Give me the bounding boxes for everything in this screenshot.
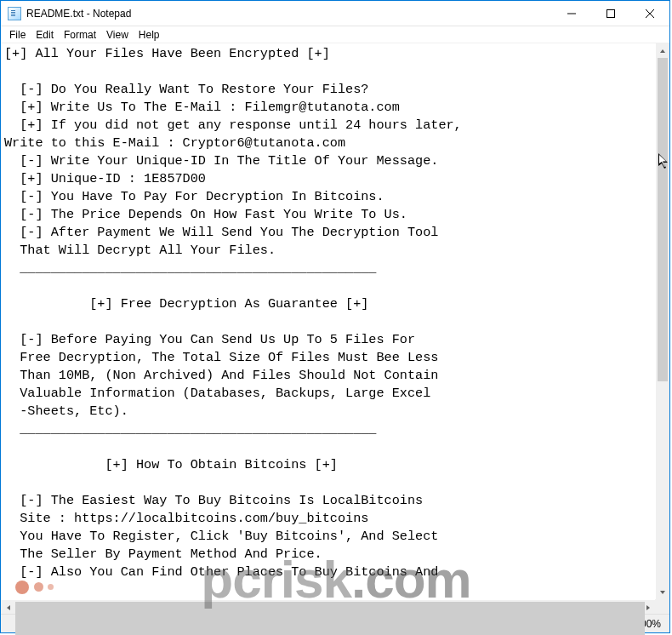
svg-rect-1 (607, 10, 615, 18)
window-controls (552, 1, 669, 26)
maximize-icon (607, 9, 615, 18)
hscroll-row (1, 599, 669, 614)
text-editor[interactable]: [+] All Your Files Have Been Encrypted [… (1, 43, 655, 599)
scroll-down-arrow-icon[interactable] (656, 585, 669, 599)
scroll-thumb-horizontal[interactable] (15, 602, 645, 635)
scroll-up-arrow-icon[interactable] (656, 43, 669, 58)
notepad-icon (8, 7, 21, 20)
vertical-scrollbar[interactable] (655, 43, 669, 599)
scroll-track-horizontal[interactable] (15, 600, 641, 614)
notepad-window: README.txt - Notepad File Edit Format Vi… (0, 0, 670, 633)
minimize-button[interactable] (552, 1, 591, 26)
menu-help[interactable]: Help (134, 28, 165, 42)
close-button[interactable] (630, 1, 669, 26)
horizontal-scrollbar[interactable] (1, 599, 655, 614)
menu-view[interactable]: View (101, 28, 134, 42)
scroll-corner (655, 599, 669, 614)
svg-marker-4 (660, 49, 665, 53)
scroll-thumb-vertical[interactable] (658, 58, 668, 381)
titlebar[interactable]: README.txt - Notepad (1, 1, 669, 26)
menu-format[interactable]: Format (59, 28, 101, 42)
content-area: [+] All Your Files Have Been Encrypted [… (1, 43, 669, 599)
svg-marker-5 (660, 591, 665, 594)
maximize-button[interactable] (591, 1, 630, 26)
scroll-left-arrow-icon[interactable] (1, 600, 15, 615)
window-title: README.txt - Notepad (26, 8, 552, 20)
scroll-track-vertical[interactable] (656, 58, 669, 585)
menubar: File Edit Format View Help (1, 26, 669, 43)
menu-edit[interactable]: Edit (31, 28, 59, 42)
close-icon (646, 9, 654, 18)
svg-marker-7 (646, 605, 650, 610)
minimize-icon (567, 9, 576, 18)
menu-file[interactable]: File (4, 28, 31, 42)
svg-marker-6 (7, 605, 10, 610)
